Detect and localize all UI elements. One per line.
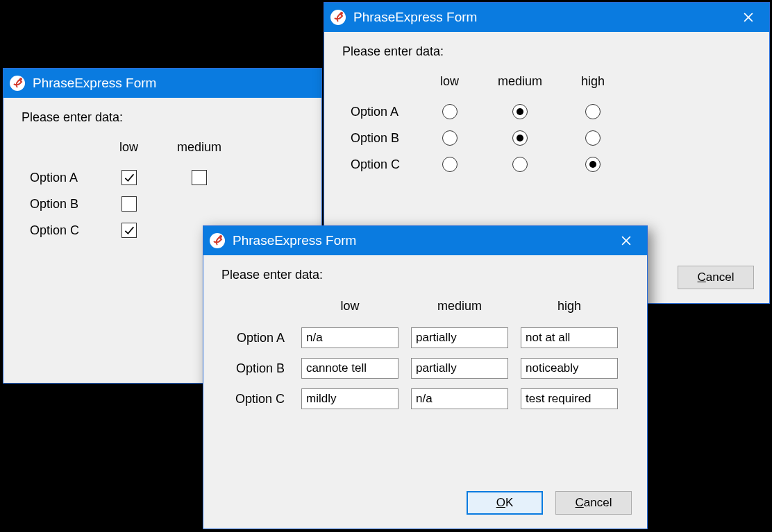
- radio-option-a-low[interactable]: [442, 104, 458, 119]
- input-option-b-high[interactable]: [521, 358, 618, 379]
- svg-point-7: [219, 235, 222, 238]
- row-label: Option B: [233, 354, 294, 383]
- radio-option-c-low[interactable]: [442, 157, 458, 172]
- cancel-button[interactable]: Cancel: [678, 266, 754, 289]
- table-row: Option B: [233, 354, 623, 383]
- close-button[interactable]: [733, 3, 764, 32]
- col-header-medium: medium: [405, 299, 514, 322]
- input-option-c-low[interactable]: [301, 388, 398, 409]
- text-form-window: PhraseExpress Form Please enter data: lo…: [203, 225, 648, 529]
- svg-point-3: [340, 12, 343, 15]
- prompt-text: Please enter data:: [22, 110, 303, 125]
- titlebar[interactable]: PhraseExpress Form: [203, 226, 647, 255]
- svg-point-1: [19, 78, 22, 80]
- radio-option-c-medium[interactable]: [512, 157, 528, 172]
- input-option-b-medium[interactable]: [411, 358, 508, 379]
- phraseexpress-icon: [330, 9, 346, 26]
- table-row: Option B: [27, 191, 241, 217]
- titlebar[interactable]: PhraseExpress Form: [324, 3, 769, 32]
- phraseexpress-icon: [9, 75, 26, 92]
- col-header-low: low: [296, 299, 404, 322]
- row-label: Option C: [348, 151, 421, 178]
- prompt-text: Please enter data:: [342, 44, 751, 59]
- row-label: Option A: [348, 98, 421, 125]
- input-option-a-medium[interactable]: [411, 327, 508, 348]
- row-label: Option A: [233, 323, 294, 352]
- checkbox-option-c-low[interactable]: [121, 223, 137, 238]
- table-row: Option A: [27, 164, 241, 191]
- radio-option-b-medium[interactable]: [512, 130, 528, 146]
- window-title: PhraseExpress Form: [33, 76, 316, 91]
- col-header-low: low: [421, 74, 478, 98]
- checkbox-option-b-low[interactable]: [121, 196, 137, 212]
- prompt-text: Please enter data:: [221, 268, 629, 282]
- ok-button[interactable]: OK: [467, 491, 543, 515]
- text-grid: low medium high Option A Option B Option…: [231, 298, 625, 415]
- checkbox-option-a-medium[interactable]: [192, 170, 207, 185]
- input-option-a-high[interactable]: [521, 327, 618, 348]
- row-label: Option A: [27, 164, 100, 191]
- col-header-medium: medium: [478, 74, 562, 98]
- radio-option-a-high[interactable]: [585, 104, 601, 119]
- phraseexpress-icon: [209, 232, 226, 249]
- radio-option-b-low[interactable]: [442, 130, 458, 146]
- close-button[interactable]: [611, 226, 641, 255]
- row-label: Option B: [348, 125, 421, 151]
- radio-grid: low medium high Option A Option B Option…: [348, 74, 624, 178]
- button-row: OK Cancel: [203, 480, 647, 529]
- radio-option-c-high[interactable]: [585, 157, 601, 172]
- window-title: PhraseExpress Form: [233, 233, 611, 248]
- input-option-c-medium[interactable]: [411, 388, 508, 409]
- col-header-high: high: [562, 74, 624, 98]
- row-label: Option C: [233, 384, 294, 413]
- col-header-low: low: [100, 140, 158, 164]
- titlebar[interactable]: PhraseExpress Form: [3, 69, 321, 98]
- col-header-high: high: [515, 299, 623, 322]
- row-label: Option C: [27, 217, 100, 243]
- table-row: Option B: [348, 125, 624, 151]
- table-row: Option C: [348, 151, 624, 178]
- col-header-medium: medium: [158, 140, 241, 164]
- table-row: Option C: [233, 384, 623, 413]
- input-option-c-high[interactable]: [521, 388, 618, 409]
- row-label: Option B: [27, 191, 100, 217]
- window-title: PhraseExpress Form: [353, 10, 733, 25]
- radio-option-b-high[interactable]: [585, 130, 601, 146]
- table-row: Option A: [233, 323, 623, 352]
- input-option-b-low[interactable]: [301, 358, 398, 379]
- input-option-a-low[interactable]: [301, 327, 398, 348]
- table-row: Option A: [348, 98, 624, 125]
- checkbox-option-a-low[interactable]: [121, 170, 137, 185]
- radio-option-a-medium[interactable]: [512, 104, 528, 119]
- cancel-button[interactable]: Cancel: [555, 491, 632, 515]
